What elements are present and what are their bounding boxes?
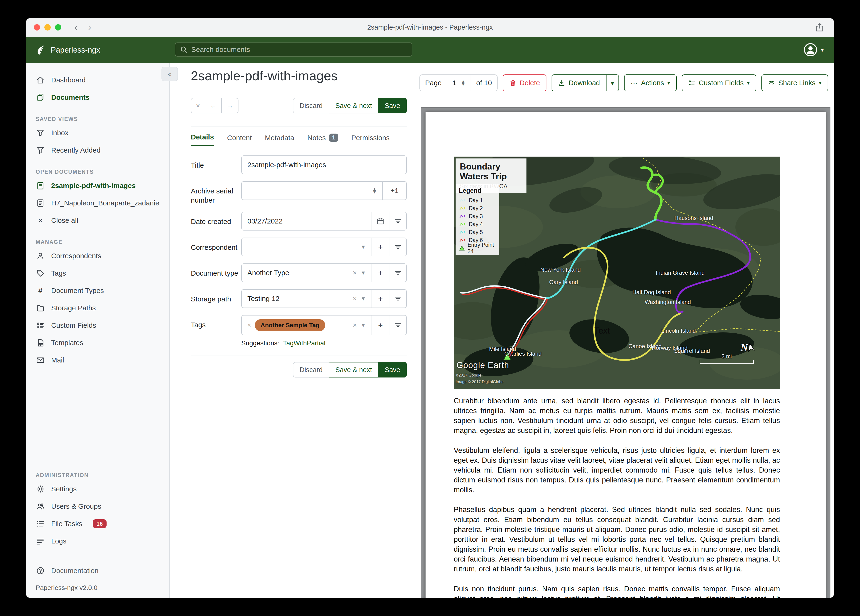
envelope-icon <box>36 356 45 364</box>
sidebar-item-document-types[interactable]: # Document Types <box>26 282 169 299</box>
asn-stepper[interactable]: ▲▼ <box>372 188 377 193</box>
tab-metadata[interactable]: Metadata <box>265 133 294 146</box>
page-stepper[interactable]: ▲▼ <box>461 80 465 86</box>
add-storage-path-button[interactable]: + <box>372 290 389 308</box>
brand-name: Paperless-ngx <box>51 46 100 55</box>
tab-permissions[interactable]: Permissions <box>352 133 390 146</box>
close-document-button[interactable]: × <box>191 98 205 113</box>
island-label: Lincoln Island <box>661 327 696 334</box>
tab-notes[interactable]: Notes1 <box>308 133 338 146</box>
document-tabs: Details Content Metadata Notes1 Permissi… <box>191 133 407 146</box>
sidebar-item-correspondents[interactable]: Correspondents <box>26 247 169 265</box>
clear-storage-path-icon[interactable]: × <box>353 295 357 303</box>
storage-path-filter-button[interactable] <box>389 290 406 308</box>
sidebar: Dashboard Documents SAVED VIEWS Inbox Re <box>26 63 170 598</box>
pdf-paragraph: Phasellus dapibus quam a hendrerit place… <box>454 505 780 574</box>
sidebar-open-doc-current[interactable]: 2sample-pdf-with-images <box>26 177 169 194</box>
sidebar-item-storage-paths[interactable]: Storage Paths <box>26 299 169 317</box>
add-doctype-button[interactable]: + <box>372 264 389 282</box>
correspondent-filter-button[interactable] <box>389 238 406 256</box>
discard-button[interactable]: Discard <box>293 98 329 113</box>
title-input[interactable]: 2sample-pdf-with-images <box>241 156 407 174</box>
gear-icon <box>36 485 45 493</box>
sidebar-item-tags[interactable]: Tags <box>26 265 169 282</box>
download-button[interactable]: Download <box>552 74 606 91</box>
island-label: Gary Island <box>549 279 578 286</box>
correspondent-select[interactable]: ▼ + <box>241 237 407 256</box>
add-tag-button[interactable]: + <box>372 316 389 335</box>
sidebar-close-all[interactable]: × Close all <box>26 212 169 229</box>
document-title-heading: 2sample-pdf-with-images <box>191 68 338 83</box>
date-filter-button[interactable] <box>389 212 406 230</box>
discard-button-bottom[interactable]: Discard <box>293 362 329 377</box>
close-icon: × <box>36 216 45 225</box>
pdf-page: Boundary Waters Trip Six days in BWCA Le… <box>425 112 826 598</box>
share-links-button[interactable]: Share Links ▾ <box>761 74 828 91</box>
custom-fields-button[interactable]: Custom Fields ▾ <box>682 74 756 91</box>
file-text-icon <box>36 199 45 207</box>
legend-title: Legend <box>459 187 496 194</box>
save-next-button[interactable]: Save & next <box>329 98 378 113</box>
user-menu[interactable]: ▾ <box>804 43 824 57</box>
tag-suggestions: Suggestions: TagWithPartial <box>241 339 407 347</box>
save-button-bottom[interactable]: Save <box>378 362 407 377</box>
page-label: Page <box>420 75 447 91</box>
tags-select[interactable]: × Another Sample Tag × ▼ + <box>241 315 407 335</box>
suggestion-link-tagwithpartial[interactable]: TagWithPartial <box>283 339 326 347</box>
chevron-down-icon[interactable]: ▼ <box>361 295 366 302</box>
sidebar-item-documentation[interactable]: Documentation <box>26 562 169 579</box>
doctype-select[interactable]: Another Type × ▼ + <box>241 263 407 282</box>
sidebar-item-recently-added[interactable]: Recently Added <box>26 141 169 159</box>
chevron-down-icon[interactable]: ▼ <box>361 322 366 328</box>
sidebar-item-logs[interactable]: Logs <box>26 533 169 550</box>
share-icon[interactable] <box>815 22 824 32</box>
storage-path-select[interactable]: Testing 12 × ▼ + <box>241 289 407 308</box>
asn-input[interactable]: ▲▼ +1 <box>241 181 407 200</box>
chevron-down-icon[interactable]: ▼ <box>361 270 366 276</box>
save-next-button-bottom[interactable]: Save & next <box>329 362 378 377</box>
asn-plus-one-button[interactable]: +1 <box>382 182 406 200</box>
pdf-preview-pane[interactable]: Boundary Waters Trip Six days in BWCA Le… <box>421 107 830 598</box>
route-squiggle-icon <box>459 230 466 234</box>
sidebar-collapse-button[interactable]: « <box>162 67 178 81</box>
clear-doctype-icon[interactable]: × <box>353 269 357 277</box>
actions-button[interactable]: ⋯ Actions ▾ <box>624 74 677 91</box>
chevron-down-icon[interactable]: ▼ <box>361 244 366 250</box>
island-label: Hausons Island <box>674 215 713 222</box>
tab-content[interactable]: Content <box>227 133 252 146</box>
previous-document-button[interactable]: ← <box>205 98 222 113</box>
sidebar-item-custom-fields[interactable]: Custom Fields <box>26 317 169 334</box>
download-options-button[interactable]: ▾ <box>606 74 619 91</box>
clear-tags-icon[interactable]: × <box>353 321 357 329</box>
remove-tag-icon[interactable]: × <box>247 321 251 329</box>
date-created-label: Date created <box>191 212 241 231</box>
calendar-button[interactable] <box>372 212 389 230</box>
sidebar-item-mail[interactable]: Mail <box>26 351 169 369</box>
save-button[interactable]: Save <box>378 98 407 113</box>
link-icon <box>768 79 775 86</box>
brand[interactable]: Paperless-ngx <box>36 44 100 56</box>
next-document-button[interactable]: → <box>221 98 239 113</box>
add-correspondent-button[interactable]: + <box>372 238 389 256</box>
documents-icon <box>36 93 45 101</box>
search-placeholder: Search documents <box>191 46 250 53</box>
tag-chip[interactable]: Another Sample Tag <box>255 319 325 331</box>
search-input[interactable]: Search documents <box>175 42 413 57</box>
doctype-filter-button[interactable] <box>389 264 406 282</box>
tags-filter-button[interactable] <box>389 316 406 335</box>
sidebar-item-file-tasks[interactable]: File Tasks 16 <box>26 515 169 533</box>
sidebar-item-users-groups[interactable]: Users & Groups <box>26 498 169 515</box>
sidebar-item-dashboard[interactable]: Dashboard <box>26 71 169 89</box>
delete-button[interactable]: Delete <box>503 74 547 91</box>
tab-details[interactable]: Details <box>191 133 214 146</box>
window-title: 2sample-pdf-with-images - Paperless-ngx <box>26 24 834 31</box>
sidebar-open-doc-2[interactable]: H7_Napoleon_Bonaparte_zadanie <box>26 194 169 212</box>
sidebar-item-settings[interactable]: Settings <box>26 480 169 498</box>
sidebar-item-documents[interactable]: Documents <box>26 89 169 106</box>
page-number-input[interactable]: 1 ▲▼ <box>447 75 471 91</box>
legend-item: Day 3 <box>459 212 496 220</box>
sidebar-item-inbox[interactable]: Inbox <box>26 124 169 141</box>
logs-icon <box>36 537 45 545</box>
date-created-input[interactable]: 03/27/2022 <box>241 212 407 231</box>
sidebar-item-templates[interactable]: Templates <box>26 334 169 351</box>
